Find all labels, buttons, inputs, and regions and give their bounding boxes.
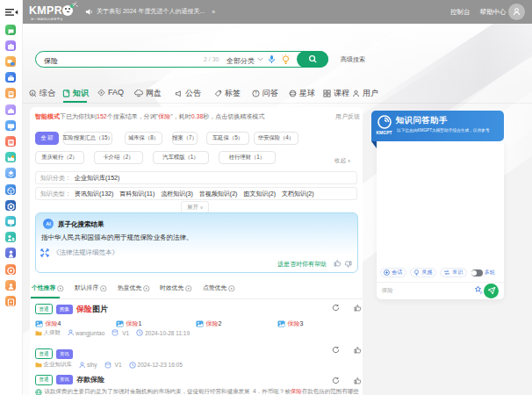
svg-text:A: A <box>32 91 34 96</box>
svg-text:?: ? <box>255 91 257 96</box>
